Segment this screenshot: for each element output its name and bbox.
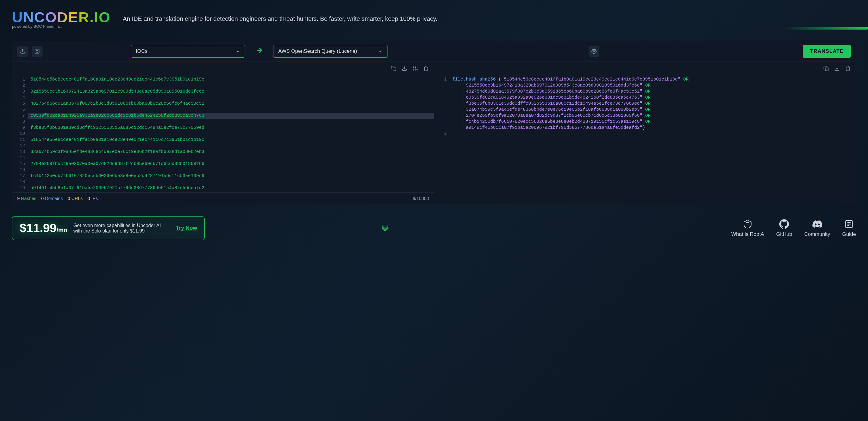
editors-container: 12345678910111213141516171819 518544e56e…: [12, 62, 856, 204]
output-format-label: AWS OpenSearch Query (Lucene): [278, 48, 357, 54]
settings-button[interactable]: [589, 46, 599, 57]
svg-rect-0: [35, 49, 39, 53]
svg-rect-15: [826, 68, 829, 71]
stats-bar: 9 Hashes 0 Domains 0 URLs 0 IPs 9/10000: [12, 192, 434, 204]
gear-icon: [591, 48, 597, 54]
stat-hashes: 9 Hashes: [17, 196, 36, 201]
logo-subtitle: powered by SOC Prime, Inc.: [12, 24, 111, 29]
output-format-select[interactable]: AWS OpenSearch Query (Lucene): [273, 45, 388, 58]
output-gutter: 12: [434, 75, 450, 190]
chevron-down-icon: [378, 49, 383, 54]
clear-button[interactable]: [843, 64, 852, 73]
community-link[interactable]: Community: [804, 219, 830, 237]
footer-links: What is RootA GitHub Community Guide: [731, 219, 856, 237]
logo-block[interactable]: UNCODER.IO powered by SOC Prime, Inc.: [12, 9, 111, 29]
upload-icon: [20, 48, 25, 54]
input-code-lines[interactable]: 518544e56e8ccee401ffa1b0a01a10ce23e49ec2…: [28, 75, 434, 192]
trash-icon: [424, 66, 429, 71]
download-button[interactable]: [400, 64, 409, 73]
output-code-lines[interactable]: file.hash.sha256:("518544e56e8ccee401ffa…: [450, 75, 856, 190]
svg-point-4: [593, 51, 595, 52]
download-icon: [402, 66, 407, 71]
filter-button[interactable]: [411, 64, 420, 73]
guide-icon: [844, 219, 854, 229]
upload-button[interactable]: [17, 46, 28, 57]
discord-icon: [812, 219, 822, 229]
svg-rect-5: [393, 68, 396, 71]
copy-icon: [823, 66, 829, 71]
bottom-row: $11.99/mo Get even more capabilities in …: [0, 210, 868, 246]
char-counter: 9/10000: [412, 196, 429, 201]
stat-ips: 0 IPs: [88, 196, 98, 201]
scroll-down-indicator[interactable]: [379, 226, 391, 230]
promo-text: Get even more capabilities in Uncoder AI…: [73, 223, 170, 234]
ai-button[interactable]: [32, 46, 42, 57]
promo-price: $11.99/mo: [20, 221, 67, 235]
input-editor-toolbar: [12, 62, 434, 75]
roota-icon: [743, 219, 752, 229]
chevron-down-icon: [379, 225, 391, 231]
input-gutter: 12345678910111213141516171819: [12, 75, 28, 192]
input-format-label: IOCs: [136, 48, 148, 54]
svg-point-1: [36, 51, 37, 51]
main-toolbar: IOCs AWS OpenSearch Query (Lucene) TRANS…: [12, 41, 856, 62]
output-code-area[interactable]: 12 file.hash.sha256:("518544e56e8ccee401…: [434, 75, 856, 190]
logo-text: UNCODER.IO: [12, 9, 111, 26]
copy-button[interactable]: [822, 64, 830, 73]
trash-icon: [845, 66, 850, 71]
translate-button[interactable]: TRANSLATE: [803, 45, 851, 58]
accent-bar: [783, 27, 868, 30]
input-format-select[interactable]: IOCs: [131, 45, 245, 58]
sliders-icon: [412, 66, 418, 71]
svg-point-2: [37, 51, 38, 51]
download-button[interactable]: [833, 64, 841, 73]
stat-domains: 0 Domains: [41, 196, 63, 201]
copy-icon: [391, 66, 396, 71]
stat-urls: 0 URLs: [68, 196, 83, 201]
clear-button[interactable]: [422, 64, 430, 73]
ai-icon: [34, 48, 40, 54]
main-panel: IOCs AWS OpenSearch Query (Lucene) TRANS…: [12, 41, 856, 204]
guide-link[interactable]: Guide: [842, 219, 856, 237]
promo-box: $11.99/mo Get even more capabilities in …: [12, 216, 205, 240]
output-editor: 12 file.hash.sha256:("518544e56e8ccee401…: [434, 62, 856, 204]
chevron-down-icon: [236, 49, 240, 54]
github-icon: [779, 219, 789, 229]
input-editor: 12345678910111213141516171819 518544e56e…: [12, 62, 434, 204]
input-code-area[interactable]: 12345678910111213141516171819 518544e56e…: [12, 75, 434, 192]
github-link[interactable]: GitHub: [776, 219, 792, 237]
try-now-link[interactable]: Try Now: [176, 225, 197, 231]
download-icon: [834, 66, 840, 71]
arrow-right-icon: [255, 46, 264, 57]
copy-button[interactable]: [389, 64, 398, 73]
roota-link[interactable]: What is RootA: [731, 219, 764, 237]
tagline: An IDE and translation engine for detect…: [123, 15, 437, 22]
output-editor-toolbar: [434, 62, 856, 75]
